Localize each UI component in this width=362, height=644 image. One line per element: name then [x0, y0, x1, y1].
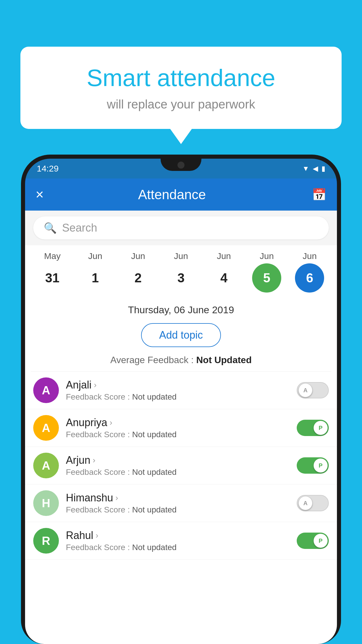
- month-jun-4: Jun: [209, 251, 238, 261]
- table-row: R Rahul › Feedback Score : Not updated: [25, 522, 337, 560]
- toggle-knob-arjun: P: [314, 459, 328, 473]
- student-name-rahul[interactable]: Rahul ›: [66, 529, 290, 542]
- phone-frame: 14:29 ▼ ◀ ▮ × Attendance 📅 🔍: [21, 155, 341, 644]
- phone-screen: 🔍 Search May Jun Jun Jun Jun Jun Jun: [25, 211, 337, 644]
- student-name-anupriya[interactable]: Anupriya ›: [66, 416, 290, 429]
- battery-icon: ▮: [321, 164, 325, 173]
- avatar: A: [33, 415, 59, 441]
- attendance-toggle-anupriya[interactable]: P: [297, 420, 329, 436]
- phone-inner: 14:29 ▼ ◀ ▮ × Attendance 📅 🔍: [25, 159, 337, 644]
- notch: [161, 159, 201, 171]
- chevron-right-icon: ›: [94, 380, 96, 390]
- date-1[interactable]: 1: [81, 263, 110, 293]
- attendance-toggle-himanshu[interactable]: A: [297, 495, 329, 511]
- date-3[interactable]: 3: [166, 263, 196, 293]
- student-feedback-himanshu: Feedback Score : Not updated: [66, 505, 290, 514]
- date-info: Thursday, 06 June 2019: [25, 298, 337, 318]
- month-jun-6: Jun: [295, 251, 324, 261]
- month-jun-5: Jun: [252, 251, 281, 261]
- chevron-right-icon: ›: [93, 456, 95, 465]
- attendance-toggle-rahul[interactable]: P: [297, 533, 329, 549]
- screen-content: 🔍 Search May Jun Jun Jun Jun Jun Jun: [25, 211, 337, 644]
- student-name-himanshu[interactable]: Himanshu ›: [66, 492, 290, 504]
- selected-date-label: Thursday, 06 June 2019: [128, 304, 234, 315]
- month-row: May Jun Jun Jun Jun Jun Jun: [25, 251, 337, 261]
- app-bar: × Attendance 📅: [25, 178, 337, 211]
- month-jun-2: Jun: [124, 251, 153, 261]
- speech-bubble-subtitle: will replace your paperwork: [44, 97, 318, 111]
- student-feedback-anupriya: Feedback Score : Not updated: [66, 430, 290, 439]
- chevron-right-icon: ›: [115, 493, 118, 503]
- month-jun-1: Jun: [81, 251, 110, 261]
- toggle-knob-rahul: P: [314, 534, 328, 548]
- date-31[interactable]: 31: [38, 263, 67, 293]
- avatar: H: [33, 490, 59, 516]
- search-container: 🔍 Search: [25, 211, 337, 245]
- chevron-right-icon: ›: [110, 418, 112, 427]
- student-name-anjali[interactable]: Anjali ›: [66, 379, 290, 391]
- add-topic-container: Add topic: [25, 318, 337, 352]
- attendance-toggle-arjun[interactable]: P: [297, 457, 329, 474]
- app-bar-title: Attendance: [32, 187, 312, 202]
- avatar: A: [33, 377, 59, 403]
- avg-feedback: Average Feedback : Not Updated: [25, 352, 337, 371]
- student-info-anjali: Anjali › Feedback Score : Not updated: [66, 379, 290, 402]
- month-may: May: [38, 251, 67, 261]
- toggle-anupriya[interactable]: P: [297, 420, 329, 436]
- month-jun-3: Jun: [166, 251, 196, 261]
- student-feedback-rahul: Feedback Score : Not updated: [66, 543, 290, 552]
- calendar-icon[interactable]: 📅: [312, 188, 326, 202]
- add-topic-button[interactable]: Add topic: [141, 323, 221, 347]
- toggle-knob-anupriya: P: [314, 421, 328, 435]
- date-6-selected[interactable]: 6: [295, 263, 324, 293]
- date-row: 31 1 2 3 4 5 6: [25, 263, 337, 293]
- avatar: R: [33, 528, 59, 554]
- chevron-right-icon: ›: [96, 531, 98, 540]
- avg-feedback-prefix: Average Feedback :: [110, 355, 196, 365]
- date-2[interactable]: 2: [124, 263, 153, 293]
- status-time: 14:29: [37, 164, 59, 174]
- student-info-anupriya: Anupriya › Feedback Score : Not updated: [66, 416, 290, 439]
- search-input[interactable]: Search: [62, 222, 97, 234]
- toggle-knob-anjali: A: [298, 383, 312, 397]
- toggle-knob-himanshu: A: [298, 496, 312, 510]
- signal-icon: ◀: [313, 164, 318, 173]
- status-icons: ▼ ◀ ▮: [302, 164, 325, 173]
- table-row: H Himanshu › Feedback Score : Not update…: [25, 484, 337, 522]
- avatar: A: [33, 453, 59, 478]
- search-bar[interactable]: 🔍 Search: [33, 216, 329, 239]
- speech-bubble-title: Smart attendance: [44, 64, 318, 92]
- toggle-rahul[interactable]: P: [297, 533, 329, 549]
- toggle-arjun[interactable]: P: [297, 457, 329, 474]
- wifi-icon: ▼: [302, 164, 309, 173]
- attendance-toggle-anjali[interactable]: A: [297, 382, 329, 398]
- student-list: A Anjali › Feedback Score : Not updated: [25, 372, 337, 560]
- student-feedback-anjali: Feedback Score : Not updated: [66, 392, 290, 402]
- student-info-arjun: Arjun › Feedback Score : Not updated: [66, 454, 290, 477]
- date-5-today[interactable]: 5: [252, 263, 281, 293]
- student-info-rahul: Rahul › Feedback Score : Not updated: [66, 529, 290, 552]
- speech-bubble-container: Smart attendance will replace your paper…: [20, 47, 342, 129]
- student-feedback-arjun: Feedback Score : Not updated: [66, 468, 290, 477]
- speech-bubble: Smart attendance will replace your paper…: [20, 47, 342, 129]
- calendar-row: May Jun Jun Jun Jun Jun Jun 31 1 2 3 4: [25, 245, 337, 298]
- table-row: A Anjali › Feedback Score : Not updated: [25, 372, 337, 409]
- date-4[interactable]: 4: [209, 263, 238, 293]
- status-bar: 14:29 ▼ ◀ ▮: [25, 159, 337, 178]
- toggle-himanshu[interactable]: A: [297, 495, 329, 511]
- student-name-arjun[interactable]: Arjun ›: [66, 454, 290, 466]
- toggle-anjali[interactable]: A: [297, 382, 329, 398]
- avg-feedback-value: Not Updated: [196, 355, 252, 365]
- table-row: A Anupriya › Feedback Score : Not update…: [25, 409, 337, 447]
- notch-camera: [178, 162, 184, 169]
- table-row: A Arjun › Feedback Score : Not updated: [25, 447, 337, 484]
- search-icon: 🔍: [44, 222, 57, 234]
- student-info-himanshu: Himanshu › Feedback Score : Not updated: [66, 492, 290, 514]
